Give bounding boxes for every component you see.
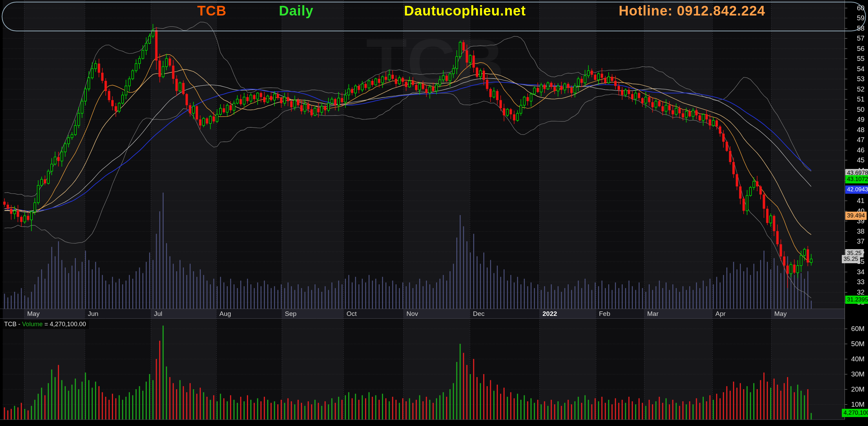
- month-label: Jun: [88, 310, 99, 318]
- month-label: May: [774, 310, 787, 318]
- price-tick-label: 38: [845, 227, 865, 235]
- volume-tick-label: 40M: [845, 355, 865, 363]
- volume-pane-label: TCB - Volume = 4,270,100.00: [3, 320, 89, 329]
- month-label: May: [27, 310, 40, 318]
- price-tick-label: 57: [845, 34, 865, 42]
- price-tick-label: 47: [845, 136, 865, 144]
- month-label: Mar: [647, 310, 659, 318]
- header-site-link[interactable]: Dautucophieu.net: [404, 3, 526, 19]
- price-tick-label: 33: [845, 278, 865, 286]
- price-chart-canvas[interactable]: [0, 0, 868, 426]
- volume-label-name: Volume: [22, 321, 43, 328]
- month-label: Feb: [599, 310, 610, 318]
- month-label: Dec: [473, 310, 485, 318]
- price-tick-label: 46: [845, 146, 865, 154]
- month-label: Apr: [715, 310, 726, 318]
- volume-tick-label: 60M: [845, 325, 865, 333]
- header-symbol: TCB: [197, 3, 226, 19]
- price-tick-label: 55: [845, 55, 865, 63]
- chart-window: TCB Daily Dautucophieu.net Hotline: 0912…: [0, 0, 868, 426]
- price-tick-label: 41: [845, 197, 865, 205]
- price-tick-label: 34: [845, 268, 865, 276]
- volume-label-value: = 4,270,100.00: [43, 321, 86, 328]
- volume-label-symbol: TCB: [4, 321, 17, 328]
- price-tick-label: 58: [845, 24, 865, 32]
- badge-value: 35.25: [842, 255, 860, 263]
- month-label: Jul: [154, 310, 162, 318]
- volume-tick-label: 10M: [845, 401, 865, 408]
- month-label: Nov: [406, 310, 418, 318]
- price-badge: 39.494: [845, 212, 867, 220]
- price-badge: 42.0943: [845, 185, 868, 194]
- price-badge: 4,270,100: [842, 409, 868, 417]
- price-tick-label: 45: [845, 156, 865, 164]
- badge-value: 31.2395: [845, 296, 868, 304]
- badge-value: 39.494: [845, 212, 867, 220]
- header-hotline: Hotline: 0912.842.224: [619, 3, 765, 19]
- volume-tick-label: 50M: [845, 340, 865, 348]
- price-tick-label: 48: [845, 126, 865, 134]
- badge-value: 43.1072: [845, 175, 868, 183]
- price-badge: 31.2395: [845, 296, 868, 304]
- price-tick-label: 59: [845, 14, 865, 22]
- price-badge: 35.25: [842, 255, 860, 263]
- badge-value: 42.0943: [845, 185, 868, 194]
- price-tick-label: 37: [845, 237, 865, 245]
- month-label: 2022: [542, 310, 557, 318]
- volume-tick-label: 20M: [845, 385, 865, 393]
- price-tick-label: 53: [845, 75, 865, 83]
- price-tick-label: 49: [845, 116, 865, 124]
- volume-tick-label: 30M: [845, 370, 865, 378]
- month-label: Oct: [347, 310, 357, 318]
- volume-label-sep: -: [17, 321, 22, 328]
- price-tick-label: 50: [845, 106, 865, 114]
- price-tick-label: 52: [845, 85, 865, 93]
- month-label: Sep: [285, 310, 297, 318]
- price-tick-label: 60: [845, 4, 865, 12]
- header-timeframe: Daily: [279, 3, 314, 19]
- price-badge: 43.1072: [845, 175, 868, 183]
- badge-value: 4,270,100: [842, 409, 868, 417]
- price-tick-label: 56: [845, 45, 865, 53]
- price-tick-label: 32: [845, 288, 865, 296]
- price-tick-label: 54: [845, 65, 865, 73]
- price-tick-label: 51: [845, 95, 865, 103]
- month-label: Aug: [219, 310, 231, 318]
